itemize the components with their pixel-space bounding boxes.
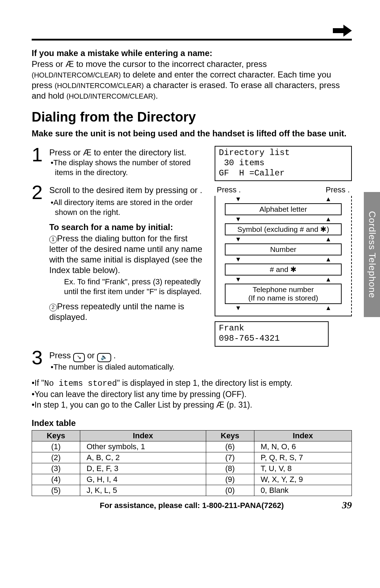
down-arrow-icon: ▼ [235,237,241,241]
order-box-alphabet: Alphabet letter [225,203,342,215]
index-value-cell: P, Q, R, S, 7 [254,452,352,463]
page-number: 39 [342,500,352,511]
table-row: (4)G, H, I, 4(9)W, X, Y, Z, 9 [32,474,352,485]
index-header-index: Index [254,430,352,441]
order-box-symbol: Symbol (excluding # and ✱) [225,223,342,235]
continue-arrow-icon [333,25,352,38]
side-tab: Cordless Telephone [364,192,380,317]
down-arrow-icon: ▼ [235,278,241,281]
step2-sub: •All directory items are stored in the o… [51,198,208,217]
mistake-body: Press or Æ to move the cursor to the inc… [32,59,352,101]
search-example: Ex. To find "Frank", press (3) repeatedl… [64,277,208,296]
index-key-cell: (0) [206,485,254,496]
index-value-cell: A, B, C, 2 [80,452,206,463]
down-arrow-icon: ▼ [235,306,241,310]
index-header-keys: Keys [206,430,254,441]
index-value-cell: D, E, F, 3 [80,463,206,474]
note-3: •In step 1, you can go to the Caller Lis… [32,400,352,410]
index-header-keys: Keys [32,430,80,441]
index-value-cell: T, U, V, 8 [254,463,352,474]
mistake-heading: If you make a mistake while entering a n… [32,48,352,58]
order-diagram: Press . Press . ▼▲ Alphabet letter ▼▲ Sy… [215,185,352,346]
step1-main: Press or Æ to enter the directory list. [49,147,208,158]
order-box-number: Number [225,243,342,255]
section-title: Dialing from the Directory [32,110,352,125]
step3-sub: •The number is dialed automatically. [51,362,175,372]
step-2: 2 Scroll to the desired item by pressing… [32,184,208,322]
footer-text: For assistance, please call: 1-800-211-P… [100,501,284,510]
prereq-text: Make sure the unit is not being used and… [32,128,352,139]
table-row: (1)Other symbols, 1(6)M, N, O, 6 [32,441,352,452]
index-value-cell: G, H, I, 4 [80,474,206,485]
speaker-key-icon: 🔈 [97,353,111,362]
press-left-label: Press . [217,185,241,194]
top-divider [32,39,352,41]
index-key-cell: (1) [32,441,80,452]
up-arrow-icon: ▲ [325,258,331,261]
index-value-cell: J, K, L, 5 [80,485,206,496]
up-arrow-icon: ▲ [325,197,331,201]
down-arrow-icon: ▼ [235,258,241,261]
note-2: •You can leave the directory list any ti… [32,389,352,400]
up-arrow-icon: ▲ [325,237,331,241]
index-key-cell: (9) [206,474,254,485]
circled-2-icon: 2 [49,304,57,311]
order-box-telephone: Telephone number (If no name is stored) [225,284,342,304]
index-key-cell: (5) [32,485,80,496]
up-arrow-icon: ▲ [325,306,331,310]
index-value-cell: Other symbols, 1 [80,441,206,452]
lcd-display-1: Directory list 30 items GF H =Caller [215,146,352,181]
table-row: (3)D, E, F, 3(8)T, U, V, 8 [32,463,352,474]
table-row: (2)A, B, C, 2(7)P, Q, R, S, 7 [32,452,352,463]
up-arrow-icon: ▲ [325,278,331,281]
index-key-cell: (7) [206,452,254,463]
search-heading: To search for a name by initial: [49,222,208,233]
step-number: 2 [32,184,49,322]
index-key-cell: (8) [206,463,254,474]
up-arrow-icon: ▲ [325,217,331,221]
index-key-cell: (6) [206,441,254,452]
search-step-2: 2Press repeatedly until the name is disp… [49,301,208,322]
lcd-display-2: Frank 098-765-4321 [215,321,329,347]
step-number: 3 [32,349,49,372]
footer: For assistance, please call: 1-800-211-P… [32,501,352,510]
step-1: 1 Press or Æ to enter the directory list… [32,146,208,177]
index-value-cell: M, N, O, 6 [254,441,352,452]
order-box-hash-star: # and ✱ [225,264,342,276]
press-right-label: Press . [326,185,350,194]
down-arrow-icon: ▼ [235,217,241,221]
step1-sub: •The display shows the number of stored … [51,158,208,177]
index-table: Keys Index Keys Index (1)Other symbols, … [32,430,352,496]
down-arrow-icon: ▼ [235,197,241,201]
index-key-cell: (3) [32,463,80,474]
notes-block: •If "No items stored" is displayed in st… [32,378,352,410]
table-row: (5)J, K, L, 5(0)0, Blank [32,485,352,496]
index-table-heading: Index table [32,418,352,428]
note-1: •If "No items stored" is displayed in st… [32,378,352,389]
index-value-cell: 0, Blank [254,485,352,496]
circled-1-icon: 1 [49,236,57,243]
step-number: 1 [32,146,49,177]
svg-marker-0 [333,25,352,37]
talk-key-icon: ↘ [73,353,85,362]
search-step-1: 1Press the dialing button for the first … [49,233,208,276]
index-key-cell: (2) [32,452,80,463]
index-header-index: Index [80,430,206,441]
step-3: 3 Press ↘ or 🔈 . •The number is dialed a… [32,349,352,372]
step2-main: Scroll to the desired item by pressing o… [49,185,208,196]
index-key-cell: (4) [32,474,80,485]
step3-main: Press ↘ or 🔈 . [49,350,175,362]
index-value-cell: W, X, Y, Z, 9 [254,474,352,485]
